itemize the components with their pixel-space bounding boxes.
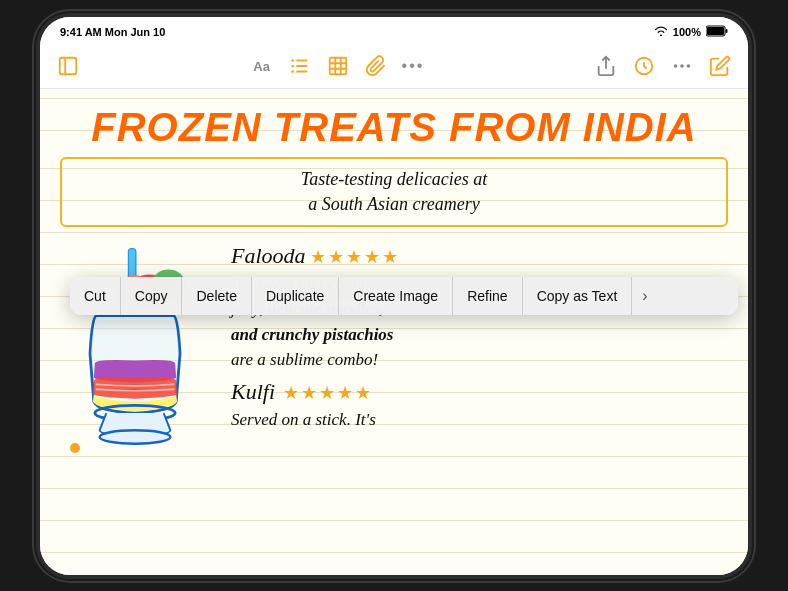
falooda-stars: ★ ★ ★ ★ ★ [310,246,398,268]
cut-button[interactable]: Cut [70,277,121,315]
svg-point-26 [100,430,171,443]
kulfi-stars: ★ ★ ★ ★ ★ [283,382,371,404]
attach-button[interactable] [364,54,388,78]
refine-button[interactable]: Refine [453,277,522,315]
subtitle-text: Taste-testing delicacies at a South Asia… [78,167,710,217]
svg-rect-3 [60,58,77,75]
status-time: 9:41 AM Mon Jun 10 [60,26,165,38]
falooda-title: Falooda [231,243,306,269]
toolbar-right [594,54,732,78]
wifi-icon [654,26,668,38]
device-frame: 9:41 AM Mon Jun 10 100% [34,11,754,581]
battery-text: 100% [673,26,701,38]
kulfi-section: Kulfi ★ ★ ★ ★ ★ Served on a st [231,379,728,433]
toolbar-center: Aa [250,54,425,78]
note-title: Frozen Treats From India [60,105,728,149]
context-menu: Cut Copy Delete Duplicate Create Image R… [70,277,738,315]
table-button[interactable] [326,54,350,78]
notes-content: Frozen Treats From India Taste-testing d… [40,89,748,575]
compose-button[interactable] [708,54,732,78]
subtitle-box: Taste-testing delicacies at a South Asia… [60,157,728,227]
create-image-button[interactable]: Create Image [339,277,453,315]
font-button[interactable]: Aa [250,54,274,78]
kulfi-title-row: Kulfi ★ ★ ★ ★ ★ [231,379,728,407]
screen: 9:41 AM Mon Jun 10 100% [40,17,748,575]
svg-point-10 [291,70,294,73]
kulfi-desc: Served on a stick. It's [231,407,728,433]
svg-point-18 [681,65,683,67]
battery-icon [706,25,728,39]
toolbar: Aa [40,45,748,89]
content-row: Falooda ★ ★ ★ ★ ★ It's sweet a [60,239,728,463]
menu-more-chevron[interactable]: › [632,277,657,315]
duplicate-button[interactable]: Duplicate [252,277,339,315]
copy-as-text-button[interactable]: Copy as Text [523,277,633,315]
toolbar-left [56,54,80,78]
more-dots: ••• [402,57,425,75]
share-button[interactable] [594,54,618,78]
copy-button[interactable]: Copy [121,277,183,315]
svg-point-19 [688,65,690,67]
delete-button[interactable]: Delete [182,277,251,315]
svg-rect-11 [329,58,346,75]
more-options-button[interactable] [670,54,694,78]
svg-point-9 [291,65,294,68]
status-bar: 9:41 AM Mon Jun 10 100% [40,17,748,45]
sidebar-toggle-button[interactable] [56,54,80,78]
kulfi-title: Kulfi [231,379,275,405]
svg-rect-2 [726,29,728,33]
svg-rect-1 [707,27,724,35]
illustration [60,239,215,463]
svg-point-8 [291,59,294,62]
svg-point-20 [675,65,677,67]
pencil-button[interactable] [632,54,656,78]
status-right: 100% [654,25,728,39]
list-button[interactable] [288,54,312,78]
text-content: Falooda ★ ★ ★ ★ ★ It's sweet a [231,239,728,463]
